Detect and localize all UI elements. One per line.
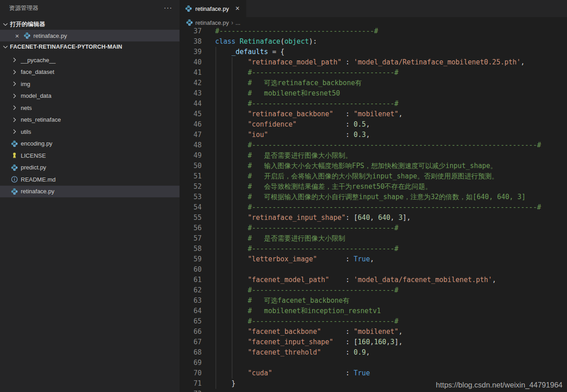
code-line[interactable]: 40 "retinaface_model_path" : 'model_data… [180,57,567,68]
folder-label: img [20,81,30,87]
line-text: # 会导致检测结果偏差，主干为resnet50不存在此问题。 [215,182,432,192]
code-line[interactable]: 51 # 开启后，会将输入图像的大小限制为input_shape。否则使用原图进… [180,171,567,182]
breadcrumb-file[interactable]: retinaface.py [195,19,229,26]
file-label: LICENSE [20,152,46,159]
code-line[interactable]: 60 [180,264,567,275]
explorer-title: 资源管理器 [9,4,38,12]
breadcrumb[interactable]: retinaface.py › ... [180,17,567,28]
code-line[interactable]: 53 # 可根据输入图像的大小自行调整input_shape，注意为32的倍数，… [180,192,567,202]
line-text: #-----------------------------------# [215,244,398,254]
tree-file-row[interactable]: predict.py [0,162,180,174]
line-number: 39 [180,47,202,57]
code-line[interactable]: 70 "cuda" : True [180,368,567,378]
line-text: # 是否需要进行图像大小限制。 [215,150,352,161]
code-line[interactable]: 56 #-----------------------------------# [180,223,567,233]
code-line[interactable]: 54 #------------------------------------… [180,202,567,213]
code-line[interactable]: 49 # 是否需要进行图像大小限制。 [180,150,567,161]
code-line[interactable]: 39 _defaults = { [180,47,567,57]
chevron-right-icon [11,104,18,111]
tab-retinaface[interactable]: retinaface.py × [180,0,246,17]
line-number: 46 [180,119,202,130]
line-text: "facenet_model_path" : 'model_data/facen… [215,275,496,285]
tree-file-row[interactable]: encoding.py [0,138,180,150]
line-number: 41 [180,68,202,78]
folder-label: nets [20,105,32,111]
tree-folder-row[interactable]: __pycache__ [0,54,180,66]
tree-folder-row[interactable]: img [0,78,180,90]
workspace-section-header[interactable]: FACENET-RETINAFACE-PYTORCH-MAIN [0,41,180,52]
line-number: 55 [180,213,202,223]
line-number: 52 [180,182,202,192]
line-text: # mobilenet和resnet50 [215,88,340,99]
code-line[interactable]: 38 class Retinaface(object): [180,36,567,47]
tree-file-row[interactable]: LICENSE [0,150,180,162]
python-icon [186,19,193,26]
code-line[interactable]: 37 #------------------------------------… [180,28,567,36]
code-line[interactable]: 45 "retinaface_backbone" : "mobilenet", [180,109,567,119]
code-line[interactable]: 69 [180,358,567,368]
line-text: "cuda" : True [215,368,370,378]
open-editors-section-header[interactable]: 打开的编辑器 [0,19,180,30]
line-text: #-----------------------------------# [215,223,398,233]
line-text: } [215,378,235,389]
tree-file-row[interactable]: retinaface.py [0,186,180,198]
code-line[interactable]: 58 #-----------------------------------# [180,244,567,254]
code-line[interactable]: 48 #------------------------------------… [180,140,567,150]
code-line[interactable]: 61 "facenet_model_path" : 'model_data/fa… [180,275,567,285]
tree-file-row[interactable]: README.md [0,173,180,186]
line-text: "facenet_threhold" : 0.9, [215,347,370,358]
code-line[interactable]: 57 # 是否需要进行图像大小限制 [180,233,567,244]
tree-folder-row[interactable]: utils [0,126,180,138]
code-line[interactable]: 67 "facenet_input_shape" : [160,160,3], [180,337,567,347]
file-label: README.md [20,176,55,183]
line-number: 49 [180,150,202,161]
line-number: 50 [180,161,202,171]
line-text: # 可选retinaface_backbone有 [215,78,362,88]
tab-label: retinaface.py [195,5,229,12]
open-editor-item[interactable]: × retinaface.py [0,30,180,41]
line-text: class Retinaface(object): [215,36,317,47]
more-actions-icon[interactable]: ··· [164,4,172,12]
code-line[interactable]: 42 # 可选retinaface_backbone有 [180,78,567,88]
open-editors-label: 打开的编辑器 [10,20,45,28]
line-text: #--------------------------------------# [215,28,378,36]
line-number: 40 [180,57,202,68]
tree-folder-row[interactable]: face_dataset [0,66,180,78]
code-line[interactable]: 64 # mobilenet和inception_resnetv1 [180,306,567,316]
folder-label: utils [20,128,31,135]
code-line[interactable]: 62 #-----------------------------------# [180,285,567,296]
code-line[interactable]: 47 "iou" : 0.3, [180,130,567,140]
code-line[interactable]: 66 "facenet_backbone" : "mobilenet", [180,327,567,337]
code-line[interactable]: 44 #-----------------------------------# [180,99,567,109]
code-line[interactable]: 41 #-----------------------------------# [180,68,567,78]
file-icon-slot [11,188,18,195]
code-line[interactable]: 63 # 可选facenet_backbone有 [180,296,567,306]
code-line[interactable]: 43 # mobilenet和resnet50 [180,88,567,99]
code-line[interactable]: 50 # 输入图像大小会大幅度地影响FPS，想加快检测速度可以减少input_s… [180,161,567,171]
line-number: 54 [180,202,202,213]
tree-folder-row[interactable]: model_data [0,90,180,102]
line-text: "retinaface_model_path" : 'model_data/Re… [215,57,525,68]
code-line[interactable]: 52 # 会导致检测结果偏差，主干为resnet50不存在此问题。 [180,182,567,192]
folder-label: nets_retinaface [20,116,61,123]
code-line[interactable]: 65 #-----------------------------------# [180,316,567,327]
tab-close-icon[interactable]: × [234,5,241,13]
tree-folder-row[interactable]: nets_retinaface [0,114,180,126]
line-text: "retinaface_input_shape": [640, 640, 3], [215,213,411,223]
line-number: 63 [180,296,202,306]
code-viewport[interactable]: 37 #------------------------------------… [180,28,567,392]
line-number: 72 [180,389,202,392]
file-label: retinaface.py [20,188,54,195]
tree-folder-row[interactable]: nets [0,102,180,114]
code-line[interactable]: 46 "confidence" : 0.5, [180,119,567,130]
code-line[interactable]: 59 "letterbox_image" : True, [180,254,567,264]
code-line[interactable]: 68 "facenet_threhold" : 0.9, [180,347,567,358]
editor-area: retinaface.py × retinaface.py › ... 37 #… [180,0,567,392]
breadcrumb-more[interactable]: ... [235,19,240,26]
line-text: # 是否需要进行图像大小限制 [215,233,345,244]
code-line[interactable]: 55 "retinaface_input_shape": [640, 640, … [180,213,567,223]
close-icon[interactable]: × [14,32,21,40]
line-text: # 可根据输入图像的大小自行调整input_shape，注意为32的倍数，如[6… [215,192,526,202]
chevron-right-icon [11,68,18,76]
code-line[interactable]: 72 [180,389,567,392]
